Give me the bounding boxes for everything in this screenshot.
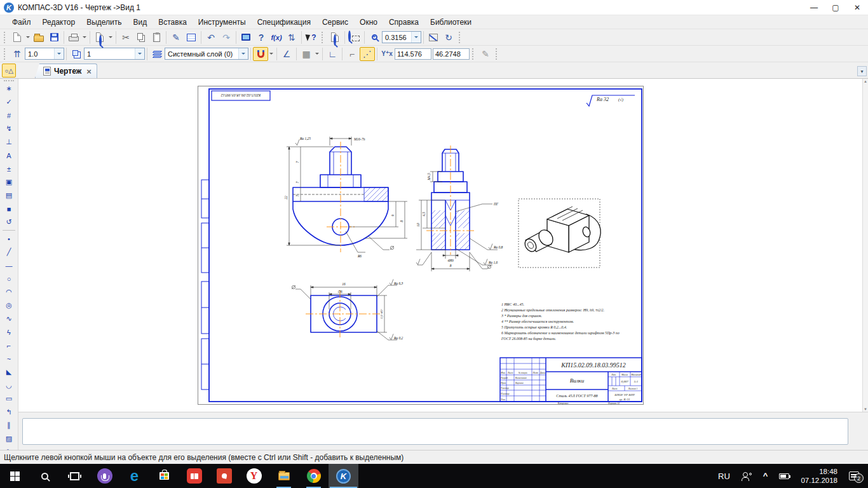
edge-button[interactable]: e — [119, 464, 149, 488]
grid-dropdown[interactable] — [314, 47, 320, 61]
copies-button[interactable] — [69, 47, 84, 61]
clock[interactable]: 18:48 07.12.2018 — [801, 467, 837, 485]
drawing-canvas[interactable]: КП15.02.09.18.03.99512 Ra 32 (√) — [18, 79, 868, 412]
notifications-icon[interactable]: 2 — [849, 471, 859, 480]
ortho-drawing-toggle[interactable]: ∠ — [279, 47, 294, 61]
open-button[interactable] — [31, 30, 46, 44]
refresh-view-button[interactable]: ↻ — [441, 30, 456, 44]
minimize-button[interactable]: — — [803, 0, 825, 15]
print-preview-button[interactable] — [92, 30, 107, 44]
menu-help[interactable]: Справка — [383, 18, 424, 27]
tool-aux-line[interactable]: ╱ — [1, 245, 17, 259]
tab-close-icon[interactable]: × — [85, 67, 92, 76]
tool-collect-contour[interactable]: ↰ — [1, 405, 17, 419]
layer-combo[interactable]: Системный слой (0) — [165, 48, 248, 60]
snap-magnet-toggle[interactable] — [253, 47, 268, 61]
tool-dimensions[interactable]: ∗ — [1, 82, 17, 95]
tab-overflow-button[interactable]: ▾ — [857, 66, 867, 76]
maximize-button[interactable]: ▢ — [825, 0, 846, 15]
tool-bezier[interactable]: ~ — [1, 352, 17, 365]
menu-specification[interactable]: Спецификация — [252, 18, 316, 27]
drawing-sheet[interactable]: КП15.02.09.18.03.99512 Ra 32 (√) — [198, 86, 644, 405]
menu-service[interactable]: Сервис — [316, 18, 354, 27]
taskbar-search[interactable] — [30, 464, 60, 488]
step-button[interactable]: ⇈ — [10, 47, 25, 61]
cortana-button[interactable] — [90, 464, 119, 488]
close-button[interactable]: ✕ — [846, 0, 868, 15]
tool-views[interactable]: ▣ — [1, 175, 17, 189]
tool-rectangle[interactable]: ▭ — [1, 392, 17, 405]
grid-toggle[interactable]: ▦ — [299, 47, 314, 61]
fx-button[interactable]: f(x) — [269, 30, 284, 44]
menu-editor[interactable]: Редактор — [37, 18, 81, 27]
chevron-down-icon[interactable] — [135, 48, 144, 59]
menu-insert[interactable]: Вставка — [153, 18, 193, 27]
menu-window[interactable]: Окно — [354, 18, 383, 27]
tool-reports[interactable]: ■ — [1, 202, 17, 215]
cut-button[interactable]: ✂ — [118, 30, 133, 44]
scroll-down-icon[interactable]: ▼ — [864, 407, 867, 411]
menu-file[interactable]: Файл — [6, 18, 37, 27]
reader-app-button[interactable] — [209, 464, 239, 488]
print-dropdown[interactable] — [81, 30, 88, 44]
tool-equidistant[interactable]: ∥ — [1, 419, 17, 432]
store-button[interactable] — [149, 464, 179, 488]
file-explorer-button[interactable] — [269, 464, 299, 488]
tool-arc[interactable]: ◠ — [1, 285, 17, 299]
people-icon[interactable] — [742, 472, 752, 480]
tool-segment[interactable]: — — [1, 259, 17, 272]
undo-button[interactable]: ↶ — [203, 30, 219, 44]
snap-dropdown[interactable] — [268, 47, 275, 61]
tool-inserts[interactable]: ↺ — [1, 215, 17, 229]
toolbar-grip[interactable] — [496, 48, 499, 60]
tool-chamfer[interactable]: ◣ — [1, 365, 17, 379]
new-document-button[interactable] — [10, 30, 25, 44]
tool-polyline[interactable]: ⌐ — [1, 339, 17, 352]
step-combo[interactable]: 1.0 — [25, 48, 64, 60]
tool-line[interactable]: ϟ — [1, 325, 17, 339]
chrome-button[interactable] — [299, 464, 329, 488]
battery-icon[interactable] — [779, 473, 789, 479]
tool-continuous-input[interactable]: ∿ — [1, 312, 17, 325]
tool-editing[interactable]: ↯ — [1, 122, 17, 135]
tool-designations[interactable]: ✓ — [1, 95, 17, 109]
variables-window-button[interactable] — [238, 30, 254, 44]
tool-fill[interactable]: ✎ — [1, 445, 17, 450]
tool-specification[interactable]: ▤ — [1, 189, 17, 202]
books-app-button[interactable] — [179, 464, 209, 488]
tool-measure[interactable]: A — [1, 149, 17, 162]
copy-properties-button[interactable]: ✎ — [168, 30, 184, 44]
chevron-down-icon[interactable] — [411, 32, 421, 43]
help-button[interactable]: ? — [254, 30, 269, 44]
tool-point[interactable]: • — [1, 232, 17, 245]
property-panel[interactable] — [22, 418, 848, 445]
tool-hatch[interactable]: ▨ — [1, 432, 17, 445]
task-view-button[interactable] — [60, 464, 90, 488]
tool-fillet[interactable]: ◡ — [1, 379, 17, 392]
redo-button[interactable]: ↷ — [219, 30, 234, 44]
panel-grip[interactable] — [4, 80, 14, 81]
print-button[interactable] — [66, 30, 81, 44]
toolbar-grip[interactable] — [322, 32, 325, 43]
toolbar-grip[interactable] — [4, 32, 7, 43]
zoom-document-button[interactable] — [327, 30, 342, 44]
coordinate-y-field[interactable]: 46.2748 — [433, 48, 470, 60]
rounding-toggle[interactable]: ⌐ — [344, 47, 360, 61]
yandex-browser-button[interactable]: Y — [239, 464, 269, 488]
chevron-down-icon[interactable] — [238, 48, 248, 59]
chevron-down-icon[interactable] — [54, 48, 64, 59]
geometry-panel-toggle[interactable]: ○△ — [2, 64, 16, 78]
toolbar-grip[interactable] — [459, 32, 462, 43]
units-button[interactable]: ⇅ — [284, 30, 299, 44]
paste-button[interactable] — [149, 30, 164, 44]
new-document-dropdown[interactable] — [25, 30, 31, 44]
snap-points-toggle[interactable]: ⋰ — [360, 47, 375, 61]
scale-ruler-button[interactable] — [426, 30, 441, 44]
kompas-taskbar-button[interactable]: K — [329, 464, 358, 488]
menu-tools[interactable]: Инструменты — [193, 18, 252, 27]
tool-circle[interactable]: ○ — [1, 272, 17, 285]
toolbar-grip[interactable] — [472, 48, 475, 60]
menu-select[interactable]: Выделить — [81, 18, 127, 27]
layers-button[interactable] — [149, 47, 165, 61]
coordinates-button[interactable]: Y⁺x — [379, 47, 395, 61]
